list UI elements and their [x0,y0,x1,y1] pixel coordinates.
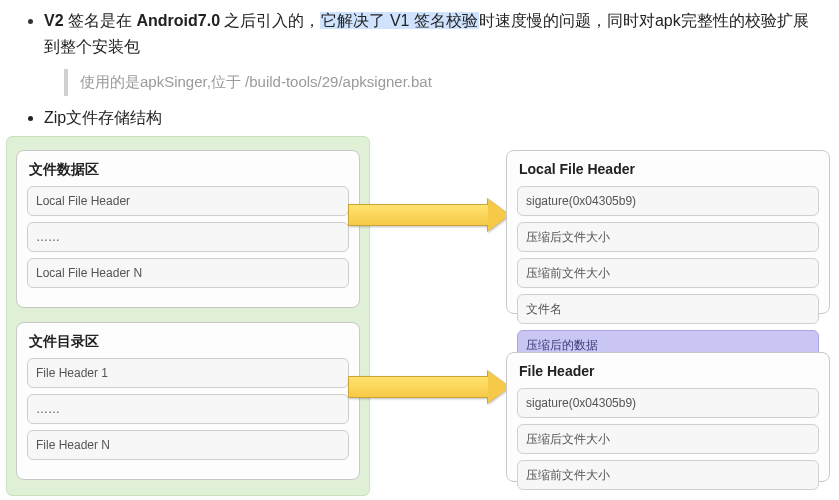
panel-title: 文件数据区 [27,159,349,180]
arrow-icon [348,372,510,402]
list-item: 压缩后文件大小 [517,222,819,252]
list-item: sigature(0x04305b9) [517,186,819,216]
arrow-icon [348,200,510,230]
list-item: 压缩后文件大小 [517,424,819,454]
panel-title: File Header [517,361,819,382]
list-item: …… [27,222,349,252]
panel-title: 文件目录区 [27,331,349,352]
list-item: …… [27,394,349,424]
list-item: 文件名 [517,294,819,324]
bullet-zip-structure: Zip文件存储结构 [44,106,817,130]
list-item: 压缩前文件大小 [517,258,819,288]
bullet-list: V2 签名是在 Android7.0 之后引入的，它解决了 V1 签名校验时速度… [22,8,817,130]
panel-file-data-area: 文件数据区 Local File Header …… Local File He… [16,150,360,308]
list-item: Local File Header N [27,258,349,288]
panel-local-file-header: Local File Header sigature(0x04305b9) 压缩… [506,150,830,314]
highlighted-text: 它解决了 V1 签名校验 [320,12,478,29]
zip-structure-diagram: 文件数据区 Local File Header …… Local File He… [0,136,839,496]
bullet-v2-signature: V2 签名是在 Android7.0 之后引入的，它解决了 V1 签名校验时速度… [44,8,817,96]
panel-title: Local File Header [517,159,819,180]
panel-file-directory-area: 文件目录区 File Header 1 …… File Header N [16,322,360,480]
list-item: Local File Header [27,186,349,216]
bold-android70: Android7.0 [136,12,220,29]
bullet-1-text: V2 签名是在 Android7.0 之后引入的，它解决了 V1 签名校验时速度… [44,12,809,55]
bold-v2: V2 [44,12,64,29]
list-item: sigature(0x04305b9) [517,388,819,418]
panel-file-header: File Header sigature(0x04305b9) 压缩后文件大小 … [506,352,830,482]
text-content: V2 签名是在 Android7.0 之后引入的，它解决了 V1 签名校验时速度… [0,0,839,130]
quote-apksigner: 使用的是apkSinger,位于 /build-tools/29/apksign… [64,69,817,96]
list-item: File Header N [27,430,349,460]
list-item: File Header 1 [27,358,349,388]
list-item: 压缩前文件大小 [517,460,819,490]
